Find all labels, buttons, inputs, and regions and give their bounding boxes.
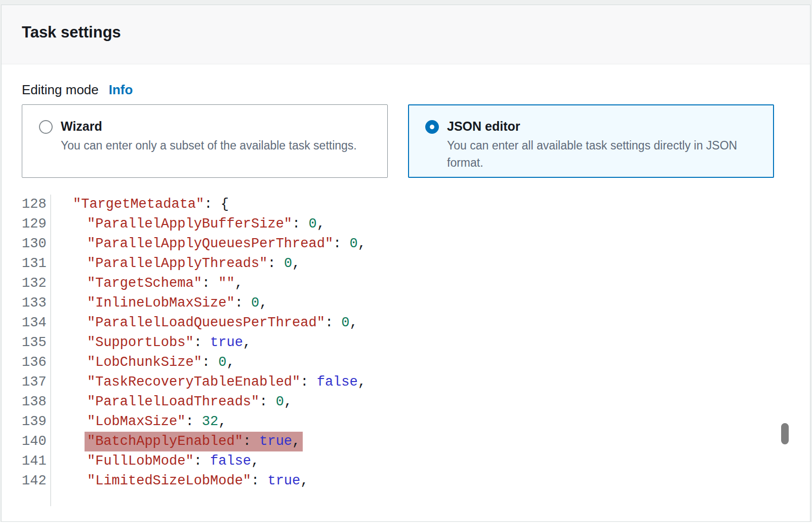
code-line-128[interactable]: 128"TargetMetadata": { <box>22 195 790 214</box>
editing-mode-label: Editing mode <box>22 82 99 97</box>
line-number: 141 <box>22 451 51 471</box>
line-number: 137 <box>22 372 51 392</box>
code-text: "ParallelLoadThreads": 0, <box>51 392 790 412</box>
line-number: 138 <box>22 392 51 412</box>
editing-mode-options: Wizard You can enter only a subset of th… <box>22 104 790 178</box>
gutter-stub <box>22 491 790 506</box>
code-text: "LobChunkSize": 0, <box>51 353 790 372</box>
line-number: 135 <box>22 333 51 353</box>
json-editor-option-tile[interactable]: JSON editor You can enter all available … <box>408 104 774 178</box>
code-line-132[interactable]: 132"TargetSchema": "", <box>22 274 790 293</box>
page-title: Task settings <box>22 22 790 43</box>
line-number: 134 <box>22 313 51 333</box>
code-text: "ParallelApplyThreads": 0, <box>51 254 790 274</box>
editing-mode-row: Editing modeInfo <box>22 82 790 98</box>
code-text: "TaskRecoveryTableEnabled": false, <box>51 372 790 392</box>
wizard-option-tile[interactable]: Wizard You can enter only a subset of th… <box>22 104 388 178</box>
line-number: 142 <box>22 471 51 491</box>
code-line-134[interactable]: 134"ParallelLoadQueuesPerThread": 0, <box>22 313 790 333</box>
info-link[interactable]: Info <box>109 82 133 97</box>
wizard-option-description: You can enter only a subset of the avail… <box>61 137 357 154</box>
code-line-139[interactable]: 139"LobMaxSize": 32, <box>22 412 790 432</box>
line-number: 139 <box>22 412 51 432</box>
wizard-option-label: Wizard <box>61 118 357 135</box>
line-number: 132 <box>22 274 51 293</box>
code-line-137[interactable]: 137"TaskRecoveryTableEnabled": false, <box>22 372 790 392</box>
code-text: "LobMaxSize": 32, <box>51 412 790 432</box>
code-line-142[interactable]: 142"LimitedSizeLobMode": true, <box>22 471 790 491</box>
code-line-136[interactable]: 136"LobChunkSize": 0, <box>22 353 790 372</box>
json-editor-option-description: You can enter all available task setting… <box>447 137 761 171</box>
code-text: "ParallelApplyQueuesPerThread": 0, <box>51 234 790 254</box>
wizard-radio[interactable] <box>39 120 53 134</box>
code-text: "TargetMetadata": { <box>51 195 790 214</box>
code-line-141[interactable]: 141"FullLobMode": false, <box>22 451 790 471</box>
code-text: "TargetSchema": "", <box>51 274 790 293</box>
code-text: "SupportLobs": true, <box>51 333 790 353</box>
line-number: 131 <box>22 254 51 274</box>
line-number: 140 <box>22 432 51 451</box>
code-line-140[interactable]: 140"BatchApplyEnabled": true, <box>22 432 790 451</box>
panel-body: Editing modeInfo Wizard You can enter on… <box>2 64 810 521</box>
code-text: "ParallelLoadQueuesPerThread": 0, <box>51 313 790 333</box>
scrollbar-thumb[interactable] <box>781 423 789 444</box>
panel-header: Task settings <box>2 5 810 64</box>
json-editor-option-text: JSON editor You can enter all available … <box>447 118 761 171</box>
line-number: 129 <box>22 214 51 234</box>
line-number: 130 <box>22 234 51 254</box>
json-editor-radio[interactable] <box>425 120 439 134</box>
code-line-130[interactable]: 130"ParallelApplyQueuesPerThread": 0, <box>22 234 790 254</box>
line-number: 136 <box>22 353 51 372</box>
code-line-133[interactable]: 133"InlineLobMaxSize": 0, <box>22 293 790 313</box>
gutter-stub-cell <box>22 491 51 506</box>
code-text: "LimitedSizeLobMode": true, <box>51 471 790 491</box>
code-text: "ParallelApplyBufferSize": 0, <box>51 214 790 234</box>
line-number: 128 <box>22 195 51 214</box>
json-code-editor[interactable]: 128"TargetMetadata": {129"ParallelApplyB… <box>22 195 790 506</box>
highlighted-code: "BatchApplyEnabled": true, <box>85 432 303 451</box>
line-number: 133 <box>22 293 51 313</box>
code-text: "InlineLobMaxSize": 0, <box>51 293 790 313</box>
code-text: "FullLobMode": false, <box>51 451 790 471</box>
json-editor-option-label: JSON editor <box>447 118 761 135</box>
wizard-option-text: Wizard You can enter only a subset of th… <box>61 118 357 154</box>
code-text: "BatchApplyEnabled": true, <box>51 432 790 451</box>
code-line-138[interactable]: 138"ParallelLoadThreads": 0, <box>22 392 790 412</box>
code-line-131[interactable]: 131"ParallelApplyThreads": 0, <box>22 254 790 274</box>
task-settings-panel: Task settings Editing modeInfo Wizard Yo… <box>1 5 810 522</box>
code-line-129[interactable]: 129"ParallelApplyBufferSize": 0, <box>22 214 790 234</box>
code-line-135[interactable]: 135"SupportLobs": true, <box>22 333 790 353</box>
page-bottom-gap <box>0 522 812 530</box>
